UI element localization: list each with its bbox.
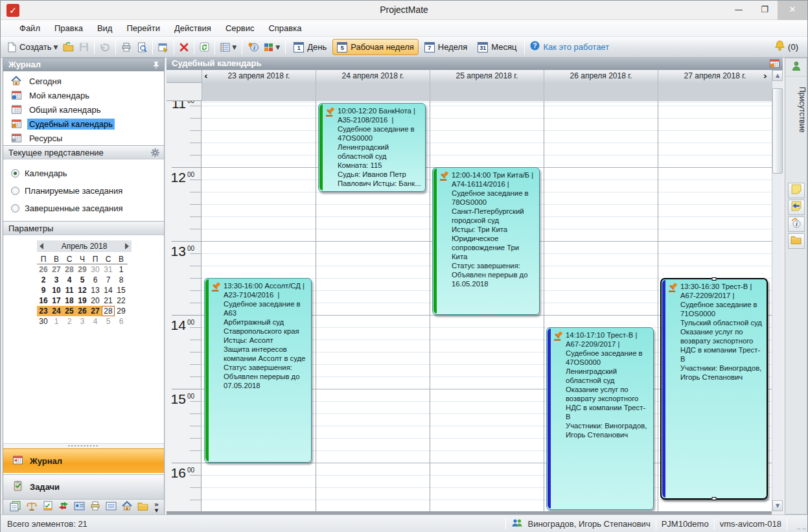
undo-button[interactable] [98,40,112,55]
scrollbar-thumb[interactable] [772,88,783,174]
save-button[interactable] [77,40,91,55]
print-button[interactable] [119,40,133,55]
menu-item-3[interactable]: Вид [90,21,120,35]
view-option-завершенные-заседания[interactable]: Завершенные заседания [3,200,164,217]
properties-button[interactable] [156,40,170,55]
create-button[interactable]: Создать ▼ [5,40,60,55]
mini-calendar-day[interactable]: 7 [102,275,115,285]
all-day-cell[interactable] [544,83,658,101]
pin-icon[interactable] [152,61,160,71]
sidebar-item-судебный-календарь[interactable]: Судебный календарь [3,117,164,131]
mini-calendar-day[interactable]: 6 [89,275,102,285]
gear-icon[interactable] [150,148,160,159]
mini-calendar-day[interactable]: 12 [76,285,89,295]
mini-calendar-day[interactable]: 10 [50,285,63,295]
menu-item-2[interactable]: Правка [47,21,90,35]
calendar-panel-icon[interactable] [769,58,780,71]
menu-item-4[interactable]: Перейти [119,21,167,35]
mini-calendar-day[interactable]: 13 [89,285,102,295]
mini-calendar-day[interactable]: 18 [63,295,76,306]
menu-item-6[interactable]: Сервис [218,21,262,35]
mini-calendar-day[interactable]: 30 [89,264,102,275]
mini-calendar-day[interactable]: 5 [76,275,89,285]
sidebar-button-журнал[interactable]: Журнал [3,448,164,473]
open-button[interactable] [61,40,76,55]
help-link[interactable]: ? Как это работает [530,41,609,53]
mini-calendar-day[interactable]: 19 [76,295,89,306]
sidebar-item-общий-календарь[interactable]: Общий календарь [3,102,164,117]
close-button[interactable]: ✕ [778,1,807,20]
mini-calendar-day[interactable]: 14 [102,285,115,295]
all-day-cell[interactable] [430,83,544,101]
menu-item-7[interactable]: Справка [261,21,308,35]
event-2[interactable]: 10:00-12:20 БанкНота | А35-2108/2016 | С… [318,103,426,192]
minimize-button[interactable]: — [726,1,752,20]
note-button[interactable] [788,183,805,198]
view-option-календарь[interactable]: Календарь [3,165,164,182]
mini-calendar-day[interactable]: 4 [63,275,76,285]
refresh-button[interactable] [198,40,211,55]
mini-calendar-day[interactable]: 30 [37,316,50,327]
mini-calendar-day[interactable]: 26 [37,264,50,275]
grid-view-button[interactable]: ▼ [262,40,282,55]
mini-calendar-day[interactable]: 1 [115,264,128,275]
mini-calendar-day[interactable]: 26 [76,306,89,316]
view-button-рабочая-неделя[interactable]: 5Рабочая неделя [332,39,419,55]
contact-card-icon[interactable] [74,502,85,513]
mini-calendar-day[interactable]: 3 [76,316,89,327]
home-icon[interactable] [122,501,132,514]
all-day-cell[interactable] [202,83,316,101]
mini-calendar-day[interactable]: 21 [102,295,115,306]
resize-handle-top[interactable] [712,277,717,281]
view-button-день[interactable]: 1День [289,39,331,55]
view-button-неделя[interactable]: 7Неделя [420,39,472,55]
mini-calendar-day[interactable]: 1 [50,316,63,327]
folder-button[interactable] [788,233,805,249]
day-header-5[interactable]: 27 апреля 2018 г. [658,70,772,83]
mini-calendar-day[interactable]: 28 [63,264,76,275]
mini-calendar-day[interactable]: 4 [89,316,102,327]
resize-handle-bottom[interactable] [712,497,717,500]
menu-item-1[interactable]: Файл [12,21,47,35]
mini-calendar-day[interactable]: 9 [37,285,50,295]
sidebar-button-задачи[interactable]: Задачи [3,474,164,499]
mini-calendar-day-today[interactable]: 28 [102,306,115,316]
sidebar-item-сегодня[interactable]: Сегодня [3,74,164,88]
overflow-chevron-icon[interactable]: »▾ [154,502,159,513]
info-sync-button[interactable]: i [788,216,805,232]
mini-calendar-day[interactable]: 8 [115,275,128,285]
all-day-cell[interactable] [658,83,772,101]
event-3[interactable]: 12:00-14:00 Три Кита/Б | А74-16114/2016 … [432,167,540,315]
calendar-copy-icon[interactable] [10,501,21,514]
presence-person-button[interactable] [785,58,807,76]
day-header-2[interactable]: 24 апреля 2018 г. [316,70,430,83]
next-month-icon[interactable] [125,243,129,249]
mini-calendar-day[interactable]: 15 [115,285,128,295]
mini-calendar-day[interactable]: 16 [37,295,50,306]
day-header-1[interactable]: 23 апреля 2018 г. [202,70,316,83]
list-view-button[interactable]: ▼ [218,40,238,55]
resize-grip[interactable]: ⣀⣀ [796,522,805,531]
user-info-button[interactable]: i [246,40,260,55]
menu-item-5[interactable]: Действия [167,21,218,35]
prev-day-arrow[interactable]: ‹ [204,71,208,81]
print-preview-button[interactable] [135,40,149,55]
event-5[interactable]: 13:30-16:30 Трест-В | А67-2209/2017 | Су… [660,278,768,500]
sidebar-item-мой-календарь[interactable]: Мой календарь [3,88,164,102]
day-header-4[interactable]: 26 апреля 2018 г. [544,70,658,83]
mini-calendar-day[interactable]: 5 [102,316,115,327]
mini-calendar-day[interactable]: 2 [63,316,76,327]
mini-calendar-day[interactable]: 31 [102,264,115,275]
sidebar-item-ресурсы[interactable]: Ресурсы [3,131,164,145]
mini-calendar-day[interactable]: 22 [115,295,128,306]
notifications-bell-icon[interactable] [774,40,785,54]
mini-calendar-day[interactable]: 17 [50,295,63,306]
next-day-arrow[interactable]: › [763,71,767,81]
mini-calendar-day[interactable]: 2 [37,275,50,285]
delete-button[interactable] [178,40,190,55]
event-1[interactable]: 13:30-16:00 Ассолт/СД | А23-7104/2016 | … [204,278,312,463]
maximize-button[interactable]: ❐ [752,1,778,20]
mini-calendar-day[interactable]: 29 [76,264,89,275]
mini-calendar-day[interactable]: 20 [89,295,102,306]
all-day-cell[interactable] [316,83,430,101]
